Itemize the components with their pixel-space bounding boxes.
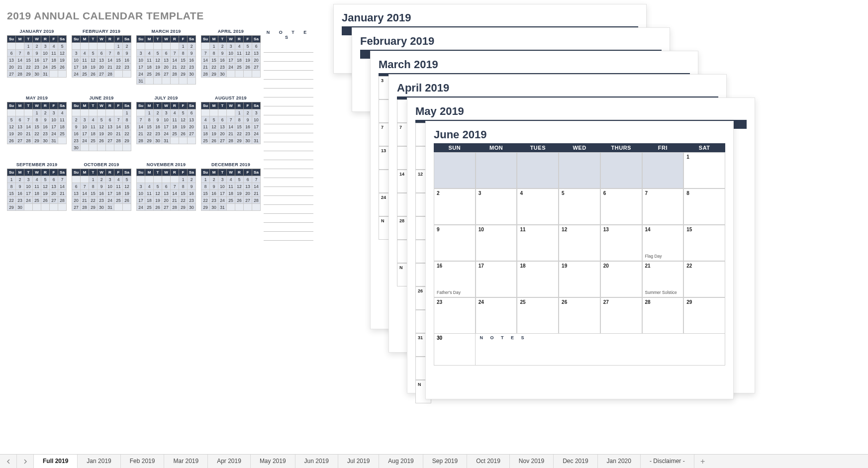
month-sheet-title: April 2019 [397,82,718,94]
day-cell[interactable]: 25 [517,297,559,334]
mini-calendar-title: JANUARY 2019 [7,29,67,35]
notes-line [264,53,313,62]
day-cell[interactable]: 17 [476,261,517,297]
mini-calendar-title: OCTOBER 2019 [72,162,131,169]
day-cell[interactable]: 15 [683,225,725,261]
sheet-tab[interactable]: Jun 2019 [295,455,338,468]
notes-line [264,106,313,115]
notes-line [264,124,313,133]
day-cell[interactable]: 23 [434,297,476,334]
sheet-tab[interactable]: May 2019 [251,455,295,468]
sheet-tab[interactable]: Jul 2019 [338,455,379,468]
sheet-tab[interactable]: Dec 2019 [554,455,597,468]
day-cell[interactable]: 19 [559,261,600,297]
notes-line [264,142,313,151]
sheet-tab[interactable]: Mar 2019 [164,455,208,468]
day-cell[interactable]: 7 [642,188,684,225]
sheet-tab[interactable]: Apr 2019 [208,455,251,468]
month-notes-row: 30N O T E S [434,334,725,366]
notes-label: N O T E S [476,334,725,365]
sheet-tab[interactable]: Full 2019 [34,455,78,468]
day-cell[interactable]: 22 [683,261,725,297]
day-cell-empty [600,152,642,188]
notes-line [264,187,313,196]
day-cell[interactable]: 28 [642,297,684,334]
mini-calendar-title: SEPTEMBER 2019 [7,162,67,169]
day-cell[interactable]: 4 [517,188,559,225]
mini-calendar: AUGUST 2019SuMTWRFSa12345678910111213141… [201,95,261,151]
sheet-tab[interactable]: - Disclaimer - [641,455,694,468]
notes-line [264,205,313,214]
mini-calendar: FEBRUARY 2019SuMTWRFSa123456789101112131… [72,29,131,85]
day-event: Flag Day [645,254,662,259]
day-cell[interactable]: 26 [559,297,600,334]
notes-label: N O T E S [264,30,313,44]
sheet-tab[interactable]: Jan 2019 [78,455,120,468]
day-header: SUN [434,143,476,152]
day-cell[interactable]: 11 [517,225,559,261]
mini-calendar: JANUARY 2019SuMTWRFSa1234567891011121314… [7,29,67,85]
day-cell[interactable]: 13 [600,225,642,261]
day-cell-empty [559,152,600,188]
day-cell[interactable]: 1 [683,152,725,188]
day-cell[interactable]: 14Flag Day [642,225,684,261]
day-header: TUES [517,143,559,152]
notes-line [264,44,313,53]
mini-calendar: DECEMBER 2019SuMTWRFSa123456789101112131… [201,162,261,211]
sheet-tab[interactable]: Jan 2020 [598,455,641,468]
day-cell[interactable]: 16Father's Day [434,261,476,297]
mini-calendar-title: MARCH 2019 [136,29,196,35]
sheet-tab[interactable]: Sep 2019 [423,455,467,468]
day-cell[interactable]: 21Summer Solstice [642,261,684,297]
notes-line [264,97,313,106]
day-cell-empty [517,152,559,188]
notes-line [264,115,313,124]
day-header: THURS [600,143,642,152]
mini-calendar: SEPTEMBER 2019SuMTWRFSa12345678910111213… [7,162,67,211]
day-cell[interactable]: 30 [434,334,476,365]
day-cell[interactable]: 18 [517,261,559,297]
day-cell[interactable]: 10 [476,225,517,261]
day-cell[interactable]: 2 [434,188,476,225]
month-grid: 1234567891011121314Flag Day1516Father's … [434,152,725,334]
mini-calendar: MARCH 2019SuMTWRFSa123456789101112131415… [136,29,196,85]
day-cell[interactable]: 24 [476,297,517,334]
day-cell[interactable]: 8 [683,188,725,225]
sheet-tab[interactable]: Nov 2019 [510,455,554,468]
day-header: SAT [683,143,725,152]
add-sheet-button[interactable]: + [694,457,711,466]
day-event: Summer Solstice [645,290,677,295]
mini-calendar-title: AUGUST 2019 [201,95,261,102]
mini-calendar: JULY 2019SuMTWRFSa1234567891011121314151… [136,95,196,151]
day-header: FRI [642,143,684,152]
annual-calendar-grid: JANUARY 2019SuMTWRFSa1234567891011121314… [7,29,261,211]
sheet-tab[interactable]: Feb 2019 [121,455,165,468]
mini-calendar-title: JULY 2019 [136,95,196,102]
tab-scroll-left-icon[interactable] [0,455,17,468]
day-cell[interactable]: 5 [559,188,600,225]
sheet-tab[interactable]: Oct 2019 [467,455,510,468]
tab-scroll-right-icon[interactable] [17,455,34,468]
day-cell-empty [434,152,476,188]
day-cell[interactable]: 29 [683,297,725,334]
notes-line [264,62,313,71]
day-cell[interactable]: 3 [476,188,517,225]
month-sheet-stack: January 2019SUNMONTUESWEDTHURSFRISATFebr… [333,4,741,407]
notes-line [264,89,313,97]
notes-line [264,169,313,178]
day-cell[interactable]: 12 [559,225,600,261]
day-cell[interactable]: 20 [600,261,642,297]
day-cell[interactable]: 9 [434,225,476,261]
month-sheet-title: May 2019 [415,105,747,118]
notes-line [264,214,313,223]
day-cell[interactable]: 27 [600,297,642,334]
notes-line [264,71,313,80]
notes-line [264,160,313,169]
notes-line [264,80,313,89]
notes-column: N O T E S [264,30,313,241]
mini-calendar-title: JUNE 2019 [72,95,131,102]
mini-calendar: NOVEMBER 2019SuMTWRFSa123456789101112131… [136,162,196,211]
mini-calendar: MAY 2019SuMTWRFSa12345678910111213141516… [7,95,67,151]
day-cell[interactable]: 6 [600,188,642,225]
sheet-tab[interactable]: Aug 2019 [379,455,423,468]
